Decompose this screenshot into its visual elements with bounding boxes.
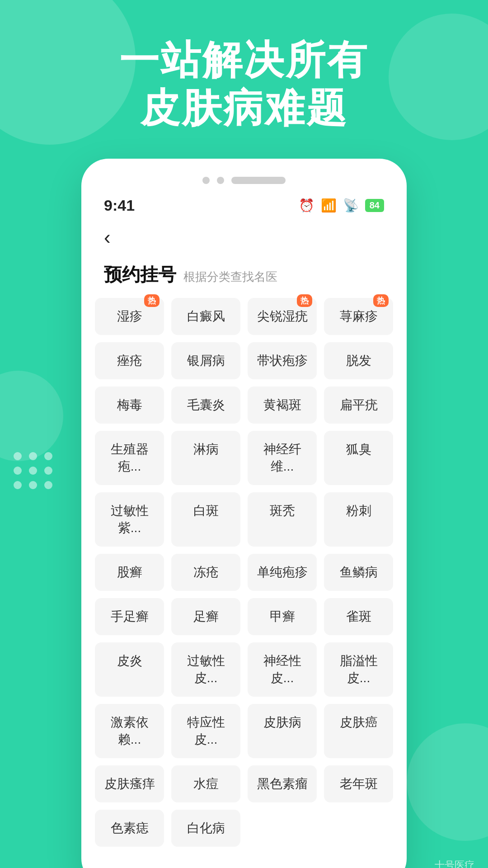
tag-item[interactable]: 鱼鳞病 <box>324 554 393 591</box>
tags-container: 湿疹热白癜风尖锐湿疣热荨麻疹热痤疮银屑病带状疱疹脱发梅毒毛囊炎黄褐斑扁平疣生殖器… <box>81 298 407 863</box>
signal-icon: 📶 <box>321 198 337 213</box>
hero-title-line1: 一站解决所有 <box>36 36 452 84</box>
tag-item[interactable]: 黄褐斑 <box>248 387 317 424</box>
hot-badge: 热 <box>144 294 160 307</box>
notch-dot-1 <box>202 177 210 184</box>
hot-badge: 热 <box>297 294 312 307</box>
tag-item[interactable]: 皮炎 <box>95 642 164 697</box>
bg-circle-br <box>407 723 488 841</box>
tag-item[interactable]: 白化病 <box>171 810 240 847</box>
watermark: 十号医疗 <box>435 859 474 868</box>
tag-item[interactable]: 足癣 <box>171 598 240 635</box>
tag-item[interactable]: 脂溢性皮... <box>324 642 393 697</box>
tag-item[interactable]: 带状疱疹 <box>248 342 317 379</box>
tag-item[interactable]: 过敏性紫... <box>95 492 164 547</box>
phone-mockup: 9:41 ⏰ 📶 📡 84 ‹ 预约挂号 根据分类查找名医 湿疹热白癜风尖锐湿疣… <box>81 159 407 868</box>
tags-row-1: 痤疮银屑病带状疱疹脱发 <box>95 342 393 379</box>
status-icons: ⏰ 📶 📡 84 <box>299 198 384 213</box>
page-subtitle: 根据分类查找名医 <box>183 269 277 285</box>
tag-item[interactable]: 神经性皮... <box>248 642 317 697</box>
tag-item[interactable]: 甲癣 <box>248 598 317 635</box>
tag-item[interactable]: 毛囊炎 <box>171 387 240 424</box>
tag-item[interactable]: 黑色素瘤 <box>248 765 317 802</box>
tags-row-5: 股癣冻疮单纯疱疹鱼鳞病 <box>95 554 393 591</box>
tag-item <box>248 810 317 847</box>
dots-decoration <box>14 452 53 489</box>
back-button[interactable]: ‹ <box>81 222 407 258</box>
tag-item[interactable]: 皮肤癌 <box>324 704 393 758</box>
tag-item[interactable]: 梅毒 <box>95 387 164 424</box>
tag-item[interactable]: 冻疮 <box>171 554 240 591</box>
notch-dot-2 <box>217 177 224 184</box>
tags-row-8: 激素依赖...特应性皮...皮肤病皮肤癌 <box>95 704 393 758</box>
bg-circle-bl <box>0 371 63 461</box>
tags-row-0: 湿疹热白癜风尖锐湿疣热荨麻疹热 <box>95 298 393 335</box>
tag-item[interactable]: 手足癣 <box>95 598 164 635</box>
tag-item[interactable]: 皮肤瘙痒 <box>95 765 164 802</box>
tags-row-7: 皮炎过敏性皮...神经性皮...脂溢性皮... <box>95 642 393 697</box>
tags-row-9: 皮肤瘙痒水痘黑色素瘤老年斑 <box>95 765 393 802</box>
tags-row-4: 过敏性紫...白斑斑秃粉刺 <box>95 492 393 547</box>
tags-row-6: 手足癣足癣甲癣雀斑 <box>95 598 393 635</box>
hero-title-line2: 皮肤病难题 <box>36 84 452 132</box>
tag-item[interactable]: 斑秃 <box>248 492 317 547</box>
tag-item[interactable]: 白斑 <box>171 492 240 547</box>
tag-item[interactable]: 尖锐湿疣热 <box>248 298 317 335</box>
tag-item <box>324 810 393 847</box>
alarm-icon: ⏰ <box>299 198 314 213</box>
phone-notch <box>81 172 407 193</box>
tag-item[interactable]: 特应性皮... <box>171 704 240 758</box>
battery-badge: 84 <box>365 199 384 212</box>
tags-row-10: 色素痣白化病 <box>95 810 393 847</box>
tag-item[interactable]: 湿疹热 <box>95 298 164 335</box>
tags-row-3: 生殖器疱...淋病神经纤维...狐臭 <box>95 431 393 485</box>
wifi-icon: 📡 <box>343 198 359 213</box>
tag-item[interactable]: 生殖器疱... <box>95 431 164 485</box>
tag-item[interactable]: 皮肤病 <box>248 704 317 758</box>
tags-row-2: 梅毒毛囊炎黄褐斑扁平疣 <box>95 387 393 424</box>
tag-item[interactable]: 单纯疱疹 <box>248 554 317 591</box>
hero-section: 一站解决所有 皮肤病难题 <box>0 0 488 159</box>
tag-item[interactable]: 过敏性皮... <box>171 642 240 697</box>
notch-pill <box>231 177 286 184</box>
tag-item[interactable]: 神经纤维... <box>248 431 317 485</box>
tag-item[interactable]: 粉刺 <box>324 492 393 547</box>
hot-badge: 热 <box>373 294 389 307</box>
status-time: 9:41 <box>104 197 135 214</box>
tag-item[interactable]: 雀斑 <box>324 598 393 635</box>
tag-item[interactable]: 淋病 <box>171 431 240 485</box>
tag-item[interactable]: 色素痣 <box>95 810 164 847</box>
tag-item[interactable]: 脱发 <box>324 342 393 379</box>
page-title: 预约挂号 <box>104 262 176 287</box>
tag-item[interactable]: 荨麻疹热 <box>324 298 393 335</box>
page-header: 预约挂号 根据分类查找名医 <box>81 258 407 298</box>
tag-item[interactable]: 水痘 <box>171 765 240 802</box>
tag-item[interactable]: 老年斑 <box>324 765 393 802</box>
status-bar: 9:41 ⏰ 📶 📡 84 <box>81 193 407 222</box>
tag-item[interactable]: 股癣 <box>95 554 164 591</box>
tag-item[interactable]: 扁平疣 <box>324 387 393 424</box>
tag-item[interactable]: 激素依赖... <box>95 704 164 758</box>
tag-item[interactable]: 银屑病 <box>171 342 240 379</box>
tag-item[interactable]: 狐臭 <box>324 431 393 485</box>
tag-item[interactable]: 白癜风 <box>171 298 240 335</box>
tag-item[interactable]: 痤疮 <box>95 342 164 379</box>
